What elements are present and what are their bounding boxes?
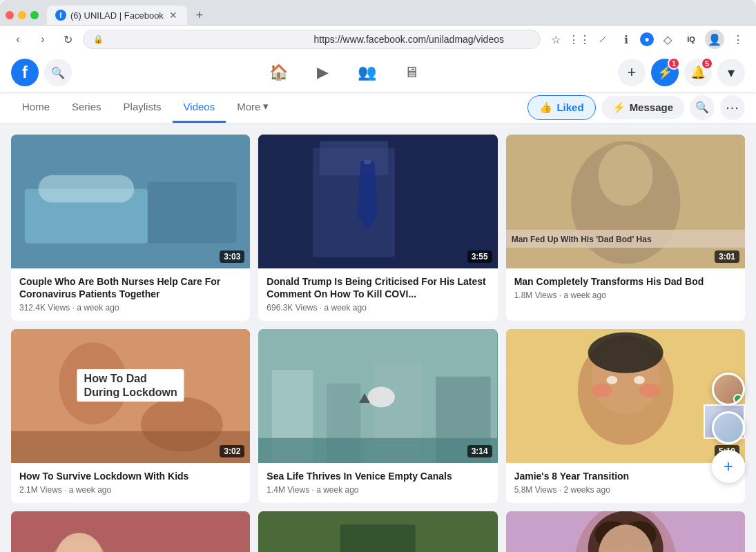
svg-rect-15: [11, 431, 250, 463]
friends-nav-icon[interactable]: 👥: [347, 59, 388, 86]
back-button[interactable]: ‹: [8, 30, 28, 49]
page-nav-right: 👍 Liked ⚡ Message 🔍 ···: [527, 95, 745, 120]
svg-point-11: [598, 144, 652, 206]
video-meta-4: 2.1M Views · a week ago: [19, 485, 242, 495]
video-card-7[interactable]: [11, 511, 250, 552]
address-bar: ‹ › ↻ 🔒 https://www.facebook.com/uniladm…: [0, 25, 756, 53]
more-options-button[interactable]: ···: [720, 95, 745, 120]
minimize-traffic-light[interactable]: [18, 11, 26, 19]
svg-rect-37: [340, 525, 416, 552]
create-room-button[interactable]: +: [712, 450, 745, 483]
views-3: 1.8M Views: [514, 290, 557, 300]
age-3: a week ago: [563, 290, 605, 300]
liked-label: Liked: [556, 101, 583, 113]
tab-title: (6) UNILAD | Facebook: [70, 10, 164, 21]
extension-icon-5[interactable]: ◇: [658, 30, 677, 49]
video-card-6[interactable]: 5:10 Jamie's 8 Year Transition 5.8M View…: [506, 329, 745, 503]
new-tab-button[interactable]: +: [190, 6, 209, 25]
browser-toolbar: ☆ ⋮⋮ ⟋ ℹ ● ◇ IQ 👤 ⋮: [546, 30, 748, 49]
video-title-1: Couple Who Are Both Nurses Help Care For…: [19, 275, 242, 300]
thumbs-up-icon: 👍: [539, 101, 552, 114]
reload-button[interactable]: ↻: [58, 30, 77, 49]
video-card-9[interactable]: [506, 511, 745, 552]
page-navigation: Home Series Playlists Videos More ▾ 👍 Li…: [0, 92, 756, 124]
gaming-nav-icon[interactable]: 🖥: [391, 59, 432, 86]
nav-item-home[interactable]: Home: [11, 92, 61, 123]
video-card-5[interactable]: 3:14 Sea Life Thrives In Venice Empty Ca…: [258, 329, 497, 503]
age-5: a week ago: [316, 485, 358, 495]
video-thumbnail-6: 5:10: [506, 329, 745, 463]
notifications-button[interactable]: 🔔 5: [684, 59, 712, 86]
forward-button[interactable]: ›: [33, 30, 52, 49]
views-5: 1.4M Views: [266, 485, 309, 495]
page-nav-left: Home Series Playlists Videos More ▾: [11, 92, 527, 123]
bookmark-icon[interactable]: ☆: [546, 30, 565, 49]
video-thumbnail-9: [506, 511, 745, 552]
svg-rect-21: [258, 438, 497, 463]
browser-menu-icon[interactable]: ⋮: [728, 30, 748, 49]
active-tab[interactable]: f (6) UNILAD | Facebook ✕: [47, 6, 187, 25]
messenger-button[interactable]: ⚡ 1: [651, 59, 679, 86]
url-bar[interactable]: 🔒 https://www.facebook.com/uniladmag/vid…: [83, 30, 541, 49]
extension-icon-1[interactable]: ⋮⋮: [570, 30, 589, 49]
video-duration-4: 3:02: [220, 445, 244, 457]
video-title-4: How To Survive Lockdown With Kids: [19, 470, 242, 482]
video-thumbnail-1: 3:03: [11, 135, 250, 268]
facebook-logo[interactable]: f: [11, 59, 39, 86]
views-1: 312.4K Views: [19, 303, 70, 313]
profile-icon[interactable]: 👤: [705, 30, 724, 49]
extension-icon-3[interactable]: ℹ: [617, 30, 636, 49]
video-meta-2: 696.3K Views · a week ago: [266, 303, 489, 313]
chat-avatar-1[interactable]: [712, 373, 745, 406]
url-text: https://www.facebook.com/uniladmag/video…: [314, 34, 531, 45]
nav-item-series[interactable]: Series: [61, 92, 113, 123]
home-nav-icon[interactable]: 🏠: [258, 59, 300, 86]
close-traffic-light[interactable]: [6, 11, 14, 19]
svg-rect-31: [11, 511, 250, 552]
age-6: 2 weeks ago: [563, 485, 610, 495]
video-duration-3: 3:01: [715, 250, 739, 263]
tab-close-button[interactable]: ✕: [168, 10, 179, 21]
video-card-8[interactable]: Meet The Young Activists WhoAre Fighting…: [258, 511, 497, 552]
svg-rect-8: [365, 160, 371, 164]
video-info-3: Man Completely Transforms His Dad Bod 1.…: [506, 268, 745, 308]
video-title-3: Man Completely Transforms His Dad Bod: [514, 275, 737, 288]
video-thumbnail-8: Meet The Young Activists WhoAre Fighting…: [258, 511, 497, 552]
extension-icon-4[interactable]: ●: [640, 32, 654, 46]
message-button[interactable]: ⚡ Message: [601, 96, 684, 119]
iq-icon[interactable]: IQ: [681, 30, 701, 49]
liked-button[interactable]: 👍 Liked: [527, 95, 595, 120]
account-dropdown-button[interactable]: ▾: [717, 59, 745, 86]
facebook-header: f 🔍 🏠 ▶ 👥 🖥 + ⚡ 1 🔔 5 ▾: [0, 53, 756, 92]
video-card-3[interactable]: Man Fed Up With His 'Dad Bod' Has 3:01 M…: [506, 135, 745, 321]
message-label: Message: [630, 101, 673, 113]
video-card-2[interactable]: 3:55 Donald Trump Is Being Criticised Fo…: [258, 135, 497, 321]
video-duration-2: 3:55: [467, 250, 492, 263]
facebook-favicon: f: [55, 10, 66, 21]
chat-avatar-2[interactable]: [712, 411, 745, 444]
video-info-5: Sea Life Thrives In Venice Empty Canals …: [258, 463, 497, 503]
page-search-button[interactable]: 🔍: [690, 95, 715, 120]
tab-bar: f (6) UNILAD | Facebook ✕ +: [0, 0, 756, 25]
nav-item-videos[interactable]: Videos: [173, 92, 226, 123]
facebook-app: f 🔍 🏠 ▶ 👥 🖥 + ⚡ 1 🔔 5 ▾ Home Series Play…: [0, 53, 756, 552]
video-thumbnail-3: Man Fed Up With His 'Dad Bod' Has 3:01: [506, 135, 745, 268]
video-thumbnail-5: 3:14: [258, 329, 497, 463]
maximize-traffic-light[interactable]: [30, 11, 39, 19]
watch-nav-icon[interactable]: ▶: [302, 59, 344, 86]
views-2: 696.3K Views: [266, 303, 317, 313]
search-button[interactable]: 🔍: [44, 59, 72, 86]
nav-item-more[interactable]: More ▾: [226, 92, 280, 123]
add-button[interactable]: +: [618, 59, 646, 86]
video-card-1[interactable]: 3:03 Couple Who Are Both Nurses Help Car…: [11, 135, 250, 321]
extension-icon-2[interactable]: ⟋: [593, 30, 612, 49]
age-1: a week ago: [77, 303, 119, 313]
video-title-2: Donald Trump Is Being Criticised For His…: [266, 275, 489, 300]
video-thumbnail-4: How To Dad During Lockdown 3:02: [11, 329, 250, 463]
svg-point-27: [606, 376, 617, 384]
video-duration-5: 3:14: [467, 445, 492, 457]
svg-point-26: [588, 333, 663, 373]
video-card-4[interactable]: How To Dad During Lockdown 3:02 How To S…: [11, 329, 250, 503]
nav-item-playlists[interactable]: Playlists: [113, 92, 173, 123]
browser-chrome: f (6) UNILAD | Facebook ✕ + ‹ › ↻ 🔒 http…: [0, 0, 756, 53]
